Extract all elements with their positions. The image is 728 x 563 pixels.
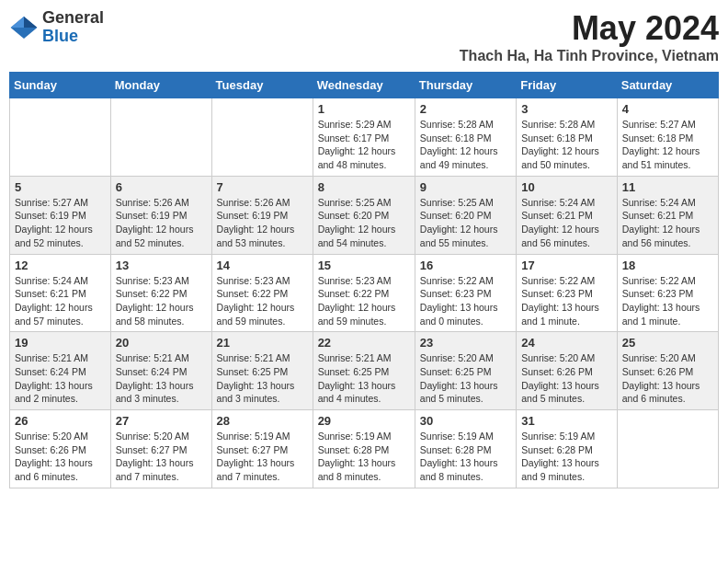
day-number: 23 [420, 336, 511, 350]
cell-info: Sunrise: 5:20 AM Sunset: 6:26 PM Dayligh… [15, 430, 106, 484]
day-number: 24 [521, 336, 612, 350]
day-number: 3 [521, 102, 612, 116]
cell-info: Sunrise: 5:20 AM Sunset: 6:27 PM Dayligh… [116, 430, 207, 484]
cell-info: Sunrise: 5:19 AM Sunset: 6:27 PM Dayligh… [217, 430, 308, 484]
calendar-cell: 24Sunrise: 5:20 AM Sunset: 6:26 PM Dayli… [517, 332, 618, 410]
calendar-cell: 15Sunrise: 5:23 AM Sunset: 6:22 PM Dayli… [313, 254, 415, 332]
calendar-cell: 16Sunrise: 5:22 AM Sunset: 6:23 PM Dayli… [415, 254, 516, 332]
cell-info: Sunrise: 5:21 AM Sunset: 6:25 PM Dayligh… [318, 351, 410, 406]
svg-marker-1 [24, 17, 37, 28]
day-number: 30 [420, 414, 511, 428]
calendar-cell: 28Sunrise: 5:19 AM Sunset: 6:27 PM Dayli… [211, 410, 313, 488]
calendar-title-area: May 2024 Thach Ha, Ha Tinh Province, Vie… [460, 9, 719, 64]
day-number: 19 [15, 336, 106, 350]
calendar-subtitle: Thach Ha, Ha Tinh Province, Vietnam [460, 48, 719, 64]
cell-info: Sunrise: 5:28 AM Sunset: 6:18 PM Dayligh… [521, 118, 612, 172]
days-header-row: SundayMondayTuesdayWednesdayThursdayFrid… [10, 73, 719, 98]
calendar-cell: 25Sunrise: 5:20 AM Sunset: 6:26 PM Dayli… [617, 332, 718, 410]
day-number: 6 [116, 180, 207, 194]
calendar-cell: 31Sunrise: 5:19 AM Sunset: 6:28 PM Dayli… [517, 410, 618, 488]
cell-info: Sunrise: 5:21 AM Sunset: 6:25 PM Dayligh… [217, 351, 308, 406]
cell-info: Sunrise: 5:28 AM Sunset: 6:18 PM Dayligh… [420, 118, 511, 172]
day-number: 15 [318, 259, 410, 272]
calendar-cell: 10Sunrise: 5:24 AM Sunset: 6:21 PM Dayli… [517, 176, 618, 254]
calendar-cell: 30Sunrise: 5:19 AM Sunset: 6:28 PM Dayli… [415, 410, 516, 488]
day-number: 16 [420, 259, 511, 272]
calendar-week-row: 26Sunrise: 5:20 AM Sunset: 6:26 PM Dayli… [10, 410, 719, 488]
cell-info: Sunrise: 5:22 AM Sunset: 6:23 PM Dayligh… [622, 274, 713, 328]
svg-marker-2 [11, 17, 24, 28]
cell-info: Sunrise: 5:22 AM Sunset: 6:23 PM Dayligh… [521, 274, 612, 328]
cell-info: Sunrise: 5:20 AM Sunset: 6:26 PM Dayligh… [521, 351, 612, 406]
day-number: 21 [217, 336, 308, 350]
calendar-cell: 1Sunrise: 5:29 AM Sunset: 6:17 PM Daylig… [313, 98, 415, 177]
calendar-week-row: 1Sunrise: 5:29 AM Sunset: 6:17 PM Daylig… [10, 98, 719, 177]
day-header-monday: Monday [110, 73, 211, 98]
cell-info: Sunrise: 5:23 AM Sunset: 6:22 PM Dayligh… [318, 274, 410, 328]
calendar-week-row: 12Sunrise: 5:24 AM Sunset: 6:21 PM Dayli… [10, 254, 719, 332]
day-number: 12 [15, 259, 106, 272]
day-number: 22 [318, 336, 410, 350]
cell-info: Sunrise: 5:19 AM Sunset: 6:28 PM Dayligh… [521, 430, 612, 484]
day-number: 29 [318, 414, 410, 428]
day-number: 31 [521, 414, 612, 428]
day-number: 13 [116, 259, 207, 272]
day-number: 11 [622, 180, 713, 194]
cell-info: Sunrise: 5:24 AM Sunset: 6:21 PM Dayligh… [622, 196, 713, 250]
calendar-cell: 27Sunrise: 5:20 AM Sunset: 6:27 PM Dayli… [110, 410, 211, 488]
day-number: 14 [217, 259, 308, 272]
cell-info: Sunrise: 5:26 AM Sunset: 6:19 PM Dayligh… [217, 196, 308, 250]
day-number: 26 [15, 414, 106, 428]
cell-info: Sunrise: 5:20 AM Sunset: 6:25 PM Dayligh… [420, 351, 511, 406]
cell-info: Sunrise: 5:25 AM Sunset: 6:20 PM Dayligh… [420, 196, 511, 250]
day-header-friday: Friday [517, 73, 618, 98]
calendar-cell: 22Sunrise: 5:21 AM Sunset: 6:25 PM Dayli… [313, 332, 415, 410]
day-number: 4 [622, 102, 713, 116]
calendar-cell: 11Sunrise: 5:24 AM Sunset: 6:21 PM Dayli… [617, 176, 718, 254]
cell-info: Sunrise: 5:19 AM Sunset: 6:28 PM Dayligh… [318, 430, 410, 484]
calendar-cell: 3Sunrise: 5:28 AM Sunset: 6:18 PM Daylig… [517, 98, 618, 177]
day-number: 17 [521, 259, 612, 272]
calendar-cell: 26Sunrise: 5:20 AM Sunset: 6:26 PM Dayli… [10, 410, 111, 488]
calendar-cell: 12Sunrise: 5:24 AM Sunset: 6:21 PM Dayli… [10, 254, 111, 332]
cell-info: Sunrise: 5:20 AM Sunset: 6:26 PM Dayligh… [622, 351, 713, 406]
day-header-thursday: Thursday [415, 73, 516, 98]
calendar-cell: 20Sunrise: 5:21 AM Sunset: 6:24 PM Dayli… [110, 332, 211, 410]
cell-info: Sunrise: 5:19 AM Sunset: 6:28 PM Dayligh… [420, 430, 511, 484]
day-number: 1 [318, 102, 410, 116]
calendar-week-row: 5Sunrise: 5:27 AM Sunset: 6:19 PM Daylig… [10, 176, 719, 254]
calendar-cell: 5Sunrise: 5:27 AM Sunset: 6:19 PM Daylig… [10, 176, 111, 254]
logo-text: General Blue [42, 9, 104, 46]
calendar-cell [617, 410, 718, 488]
calendar-table: SundayMondayTuesdayWednesdayThursdayFrid… [9, 72, 719, 488]
day-header-wednesday: Wednesday [313, 73, 415, 98]
calendar-cell: 19Sunrise: 5:21 AM Sunset: 6:24 PM Dayli… [10, 332, 111, 410]
cell-info: Sunrise: 5:25 AM Sunset: 6:20 PM Dayligh… [318, 196, 410, 250]
cell-info: Sunrise: 5:21 AM Sunset: 6:24 PM Dayligh… [116, 351, 207, 406]
calendar-cell: 14Sunrise: 5:23 AM Sunset: 6:22 PM Dayli… [211, 254, 313, 332]
page-header: General Blue May 2024 Thach Ha, Ha Tinh … [9, 9, 719, 64]
calendar-week-row: 19Sunrise: 5:21 AM Sunset: 6:24 PM Dayli… [10, 332, 719, 410]
day-number: 10 [521, 180, 612, 194]
logo-general-text: General [42, 9, 104, 28]
logo: General Blue [9, 9, 104, 46]
calendar-cell: 18Sunrise: 5:22 AM Sunset: 6:23 PM Dayli… [617, 254, 718, 332]
calendar-cell: 17Sunrise: 5:22 AM Sunset: 6:23 PM Dayli… [517, 254, 618, 332]
day-number: 27 [116, 414, 207, 428]
calendar-cell: 23Sunrise: 5:20 AM Sunset: 6:25 PM Dayli… [415, 332, 516, 410]
day-number: 7 [217, 180, 308, 194]
cell-info: Sunrise: 5:29 AM Sunset: 6:17 PM Dayligh… [318, 118, 410, 172]
day-number: 18 [622, 259, 713, 272]
logo-icon [9, 13, 39, 42]
calendar-cell: 8Sunrise: 5:25 AM Sunset: 6:20 PM Daylig… [313, 176, 415, 254]
day-number: 8 [318, 180, 410, 194]
calendar-cell: 21Sunrise: 5:21 AM Sunset: 6:25 PM Dayli… [211, 332, 313, 410]
calendar-cell [10, 98, 111, 177]
day-header-sunday: Sunday [10, 73, 111, 98]
cell-info: Sunrise: 5:27 AM Sunset: 6:19 PM Dayligh… [15, 196, 106, 250]
calendar-cell: 2Sunrise: 5:28 AM Sunset: 6:18 PM Daylig… [415, 98, 516, 177]
calendar-cell: 9Sunrise: 5:25 AM Sunset: 6:20 PM Daylig… [415, 176, 516, 254]
calendar-cell [110, 98, 211, 177]
day-header-tuesday: Tuesday [211, 73, 313, 98]
day-header-saturday: Saturday [617, 73, 718, 98]
